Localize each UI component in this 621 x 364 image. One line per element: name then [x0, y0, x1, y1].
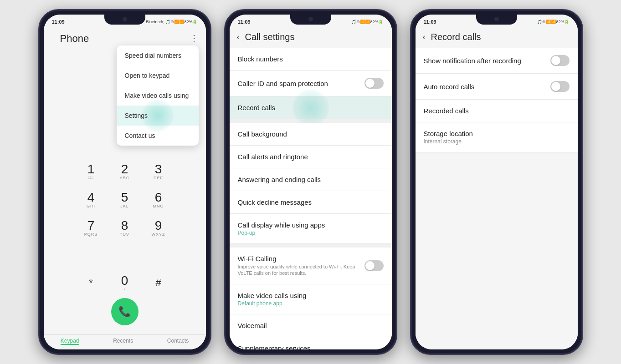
- setting-record-calls[interactable]: Record calls: [230, 96, 392, 119]
- keypad-grid: 1 □□ 2 ABC 3 DEF 4: [75, 158, 175, 270]
- setting-recorded-calls[interactable]: Recorded calls: [416, 100, 578, 122]
- caller-id-toggle[interactable]: [364, 78, 384, 89]
- key-9[interactable]: 9 WXYZ: [142, 214, 175, 242]
- setting-call-background[interactable]: Call background: [230, 123, 392, 146]
- tab-keypad[interactable]: Keypad: [61, 338, 79, 345]
- phone-3-frame: 11:09 🎵⊕📶📶82%🔋 ‹ Record calls Show notif…: [410, 9, 583, 355]
- phone-2-frame: 11:09 🎵⊕📶📶82%🔋 ‹ Call settings Block num…: [224, 9, 397, 355]
- call-icon: 📞: [118, 306, 131, 318]
- show-notification-toggle[interactable]: [550, 55, 570, 66]
- menu-item-speed-dial[interactable]: Speed dial numbers: [117, 46, 199, 66]
- setting-caller-id[interactable]: Caller ID and spam protection: [230, 71, 392, 96]
- menu-item-contact-us[interactable]: Contact us: [117, 126, 199, 146]
- setting-supplementary[interactable]: Supplementary services: [230, 337, 392, 349]
- phone-1-frame: 11:09 Bluetooth; 🎵⊕📶📶82%🔋 Phone ⋮ Speed …: [38, 9, 211, 355]
- tab-contacts-label: Contacts: [167, 338, 189, 344]
- back-button-3[interactable]: ‹: [423, 32, 426, 42]
- dropdown-menu: Speed dial numbers Open to keypad Make v…: [117, 46, 199, 146]
- setting-call-alerts[interactable]: Call alerts and ringtone: [230, 146, 392, 168]
- notch-1: [104, 15, 145, 25]
- bluetooth-icon: Bluetooth;: [146, 20, 164, 24]
- key-8[interactable]: 8 TUV: [108, 214, 141, 242]
- key-1[interactable]: 1 □□: [75, 158, 108, 185]
- back-button-2[interactable]: ‹: [237, 32, 240, 42]
- key-star[interactable]: *: [75, 274, 108, 292]
- key-hash[interactable]: #: [142, 274, 175, 292]
- key-4[interactable]: 4 GHI: [75, 186, 108, 213]
- record-calls-list: Show notification after recording Auto r…: [416, 46, 578, 349]
- call-settings-title: Call settings: [245, 32, 295, 42]
- record-calls-header: ‹ Record calls: [416, 27, 578, 46]
- bottom-tabs: Keypad Recents Contacts: [44, 334, 206, 349]
- auto-record-toggle[interactable]: [550, 81, 570, 92]
- key-2[interactable]: 2 ABC: [108, 158, 141, 185]
- tab-keypad-label: Keypad: [61, 338, 79, 344]
- call-settings-header: ‹ Call settings: [230, 27, 392, 46]
- key-7[interactable]: 7 PQRS: [75, 214, 108, 242]
- call-button[interactable]: 📞: [111, 298, 139, 325]
- setting-answering-ending[interactable]: Answering and ending calls: [230, 168, 392, 191]
- setting-block-numbers[interactable]: Block numbers: [230, 48, 392, 71]
- phone1-title: Phone: [51, 29, 98, 47]
- phone-2-screen: 11:09 🎵⊕📶📶82%🔋 ‹ Call settings Block num…: [230, 15, 392, 349]
- phone1-content: Phone ⋮ Speed dial numbers Open to keypa…: [44, 27, 206, 349]
- tab-contacts[interactable]: Contacts: [167, 338, 189, 345]
- setting-wifi-calling[interactable]: Wi-Fi Calling Improve voice quality whil…: [230, 248, 392, 284]
- menu-item-open-keypad[interactable]: Open to keypad: [117, 66, 199, 86]
- record-calls-title: Record calls: [431, 32, 481, 42]
- setting-call-display[interactable]: Call display while using apps Pop-up: [230, 214, 392, 244]
- call-settings-content: ‹ Call settings Block numbers Caller ID …: [230, 27, 392, 349]
- wifi-calling-toggle[interactable]: [364, 260, 384, 271]
- record-calls-content: ‹ Record calls Show notification after r…: [416, 27, 578, 349]
- phone-1-screen: 11:09 Bluetooth; 🎵⊕📶📶82%🔋 Phone ⋮ Speed …: [44, 15, 206, 349]
- status-icons-3: 🎵⊕📶📶82%🔋: [537, 20, 569, 24]
- keypad-special: * 0 + #: [75, 274, 175, 292]
- time-3: 11:09: [424, 19, 436, 25]
- tab-recents-label: Recents: [113, 338, 133, 344]
- time-2: 11:09: [238, 19, 251, 25]
- call-settings-list: Block numbers Caller ID and spam protect…: [230, 46, 392, 349]
- setting-quick-decline[interactable]: Quick decline messages: [230, 191, 392, 214]
- phone-3-screen: 11:09 🎵⊕📶📶82%🔋 ‹ Record calls Show notif…: [416, 15, 578, 349]
- tab-recents[interactable]: Recents: [113, 338, 133, 345]
- key-0[interactable]: 0 +: [108, 274, 141, 292]
- setting-voicemail[interactable]: Voicemail: [230, 314, 392, 337]
- more-icon[interactable]: ⋮: [190, 33, 199, 44]
- key-6[interactable]: 6 MNO: [142, 186, 175, 213]
- notch-2: [290, 15, 331, 25]
- key-3[interactable]: 3 DEF: [142, 158, 175, 185]
- notch-3: [476, 15, 517, 25]
- setting-storage-location[interactable]: Storage location Internal storage: [416, 122, 578, 152]
- status-icons-2: 🎵⊕📶📶82%🔋: [351, 20, 383, 24]
- phones-container: 11:09 Bluetooth; 🎵⊕📶📶82%🔋 Phone ⋮ Speed …: [29, 0, 592, 364]
- menu-item-settings[interactable]: Settings: [117, 106, 199, 126]
- setting-video-calls[interactable]: Make video calls using Default phone app: [230, 284, 392, 314]
- setting-show-notification[interactable]: Show notification after recording: [416, 48, 578, 74]
- status-icons-1: Bluetooth; 🎵⊕📶📶82%🔋: [146, 20, 198, 24]
- key-5[interactable]: 5 JKL: [108, 186, 141, 213]
- time-1: 11:09: [52, 19, 65, 25]
- divider-1: [230, 119, 392, 123]
- divider-2: [230, 244, 392, 248]
- setting-auto-record[interactable]: Auto record calls: [416, 74, 578, 100]
